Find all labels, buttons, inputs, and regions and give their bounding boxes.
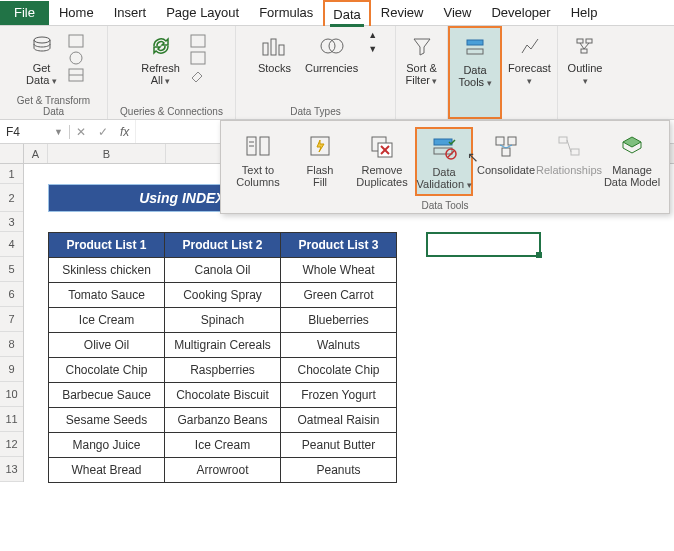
row-header[interactable]: 1 bbox=[0, 164, 23, 184]
from-web-icon[interactable] bbox=[68, 51, 86, 65]
cell[interactable]: Canola Oil bbox=[165, 258, 281, 283]
tab-insert[interactable]: Insert bbox=[104, 0, 157, 26]
sort-filter-label: Sort & Filter bbox=[406, 62, 438, 86]
refresh-all-button[interactable]: Refresh All bbox=[137, 30, 184, 88]
cell[interactable]: Peanuts bbox=[281, 458, 397, 483]
edit-links-icon[interactable] bbox=[190, 68, 206, 82]
cell[interactable]: Ice Cream bbox=[165, 433, 281, 458]
cancel-icon[interactable]: ✕ bbox=[70, 125, 92, 139]
row-header[interactable]: 12 bbox=[0, 432, 23, 457]
cell[interactable]: Olive Oil bbox=[49, 333, 165, 358]
tab-data[interactable]: Data bbox=[323, 0, 370, 26]
data-validation-button[interactable]: Data Validation ↖ bbox=[415, 127, 473, 196]
name-box[interactable]: F4 ▼ bbox=[0, 125, 70, 139]
name-box-value: F4 bbox=[6, 125, 20, 139]
row-header[interactable]: 11 bbox=[0, 407, 23, 432]
tab-review[interactable]: Review bbox=[371, 0, 434, 26]
select-all-corner[interactable] bbox=[0, 144, 24, 164]
from-text-icon[interactable] bbox=[68, 34, 86, 48]
col-header-a[interactable]: A bbox=[24, 144, 48, 163]
svg-rect-8 bbox=[271, 39, 276, 55]
svg-point-10 bbox=[321, 39, 335, 53]
chevron-down-icon[interactable]: ▼ bbox=[54, 127, 63, 137]
cell[interactable]: Whole Wheat bbox=[281, 258, 397, 283]
svg-line-18 bbox=[584, 43, 589, 49]
row-header[interactable]: 10 bbox=[0, 382, 23, 407]
table-row: Ice CreamSpinachBlueberries bbox=[49, 308, 397, 333]
text-to-columns-button[interactable]: Text to Columns bbox=[229, 127, 287, 196]
database-icon bbox=[28, 32, 56, 60]
cell[interactable]: Spinach bbox=[165, 308, 281, 333]
cell[interactable]: Frozen Yogurt bbox=[281, 383, 397, 408]
from-table-icon[interactable] bbox=[68, 68, 86, 82]
fx-icon[interactable]: fx bbox=[114, 125, 135, 139]
chevron-down-icon[interactable]: ▼ bbox=[368, 44, 377, 54]
group-sort-filter: Sort & Filter bbox=[396, 26, 448, 119]
data-model-icon bbox=[617, 131, 647, 161]
row-header[interactable]: 8 bbox=[0, 332, 23, 357]
properties-icon[interactable] bbox=[190, 51, 206, 65]
cell[interactable]: Sesame Seeds bbox=[49, 408, 165, 433]
cell[interactable]: Barbecue Sauce bbox=[49, 383, 165, 408]
cell[interactable]: Mango Juice bbox=[49, 433, 165, 458]
consolidate-button[interactable]: Consolidate bbox=[477, 127, 535, 196]
cell[interactable]: Walnuts bbox=[281, 333, 397, 358]
data-validation-icon bbox=[429, 133, 459, 163]
col-header-b[interactable]: B bbox=[48, 144, 166, 163]
currencies-button[interactable]: Currencies bbox=[301, 30, 362, 76]
tab-help[interactable]: Help bbox=[561, 0, 608, 26]
svg-rect-15 bbox=[586, 39, 592, 43]
row-header[interactable]: 2 bbox=[0, 184, 23, 212]
cell[interactable]: Ice Cream bbox=[49, 308, 165, 333]
cell[interactable]: Wheat Bread bbox=[49, 458, 165, 483]
tab-developer[interactable]: Developer bbox=[481, 0, 560, 26]
row-header[interactable]: 6 bbox=[0, 282, 23, 307]
cell[interactable]: Green Carrot bbox=[281, 283, 397, 308]
outline-button[interactable]: Outline bbox=[564, 30, 607, 88]
data-tools-button[interactable]: Data Tools bbox=[454, 32, 495, 90]
cell[interactable]: Skinless chicken bbox=[49, 258, 165, 283]
cell[interactable]: Peanut Butter bbox=[281, 433, 397, 458]
table-header[interactable]: Product List 3 bbox=[281, 233, 397, 258]
cell[interactable]: Cooking Spray bbox=[165, 283, 281, 308]
file-tab[interactable]: File bbox=[0, 1, 49, 25]
selected-cell-f4[interactable] bbox=[426, 232, 541, 257]
table-header[interactable]: Product List 2 bbox=[165, 233, 281, 258]
cell[interactable]: Multigrain Cereals bbox=[165, 333, 281, 358]
stocks-label: Stocks bbox=[258, 62, 291, 74]
tab-home[interactable]: Home bbox=[49, 0, 104, 26]
label: Flash Fill bbox=[307, 164, 334, 188]
tab-page-layout[interactable]: Page Layout bbox=[156, 0, 249, 26]
get-data-button[interactable]: Get Data bbox=[22, 30, 62, 88]
svg-rect-7 bbox=[263, 43, 268, 55]
remove-duplicates-button[interactable]: Remove Duplicates bbox=[353, 127, 411, 196]
cell[interactable]: Raspberries bbox=[165, 358, 281, 383]
flash-fill-button[interactable]: Flash Fill bbox=[291, 127, 349, 196]
row-header[interactable]: 5 bbox=[0, 257, 23, 282]
tab-formulas[interactable]: Formulas bbox=[249, 0, 323, 26]
row-header[interactable]: 13 bbox=[0, 457, 23, 482]
tab-view[interactable]: View bbox=[433, 0, 481, 26]
sort-filter-button[interactable]: Sort & Filter bbox=[402, 30, 442, 88]
manage-data-model-button[interactable]: Manage Data Model bbox=[603, 127, 661, 196]
chevron-up-icon[interactable]: ▲ bbox=[368, 30, 377, 40]
cell[interactable]: Blueberries bbox=[281, 308, 397, 333]
row-header[interactable]: 4 bbox=[0, 232, 23, 257]
cell[interactable]: Tomato Sauce bbox=[49, 283, 165, 308]
svg-rect-5 bbox=[191, 35, 205, 47]
cell[interactable]: Garbanzo Beans bbox=[165, 408, 281, 433]
cell[interactable]: Chocolate Biscuit bbox=[165, 383, 281, 408]
cell[interactable]: Oatmeal Raisin bbox=[281, 408, 397, 433]
row-header[interactable]: 7 bbox=[0, 307, 23, 332]
cell[interactable]: Chocolate Chip bbox=[281, 358, 397, 383]
queries-icon[interactable] bbox=[190, 34, 206, 48]
group-data-tools: Data Tools bbox=[448, 26, 502, 119]
row-header[interactable]: 9 bbox=[0, 357, 23, 382]
cell[interactable]: Chocolate Chip bbox=[49, 358, 165, 383]
enter-icon[interactable]: ✓ bbox=[92, 125, 114, 139]
stocks-button[interactable]: Stocks bbox=[254, 30, 295, 76]
row-header[interactable]: 3 bbox=[0, 212, 23, 232]
table-header[interactable]: Product List 1 bbox=[49, 233, 165, 258]
forecast-button[interactable]: Forecast bbox=[504, 30, 555, 88]
cell[interactable]: Arrowroot bbox=[165, 458, 281, 483]
